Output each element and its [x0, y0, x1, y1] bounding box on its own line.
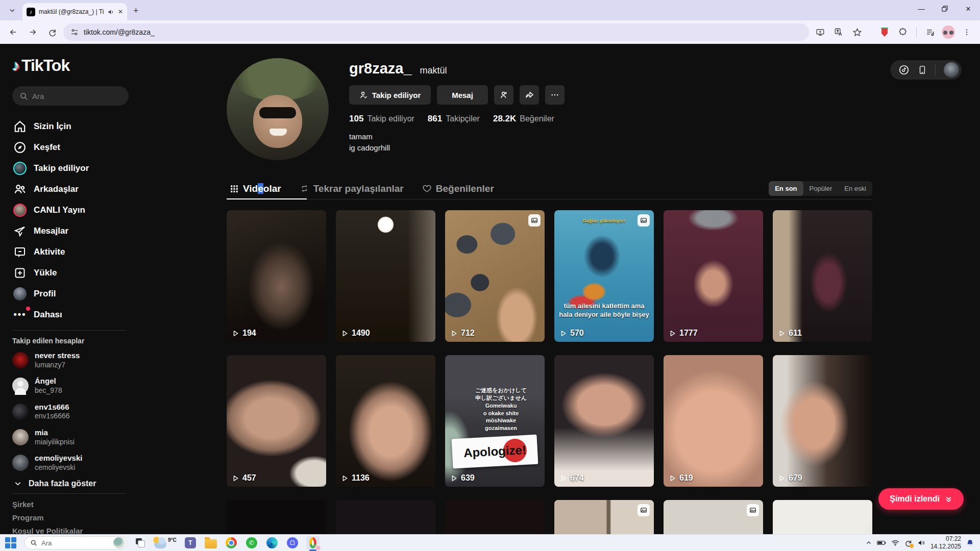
- video-thumbnail[interactable]: [664, 500, 763, 534]
- video-thumbnail[interactable]: 194: [227, 210, 326, 342]
- video-thumbnail[interactable]: 611: [773, 210, 872, 342]
- watched-now-button[interactable]: Şimdi izlendi: [878, 488, 964, 510]
- task-view-button[interactable]: [134, 536, 147, 549]
- message-button[interactable]: Mesaj: [437, 85, 488, 105]
- following-button[interactable]: Takip ediliyor: [349, 85, 431, 105]
- wifi-icon[interactable]: [891, 540, 899, 546]
- followed-account[interactable]: Ángel bec_978: [12, 377, 139, 395]
- stat-following[interactable]: 105Takip ediliyor: [349, 114, 414, 124]
- tiktok-coin-icon[interactable]: [898, 64, 910, 76]
- browser-menu-kebab-icon[interactable]: [959, 24, 975, 40]
- tab-liked[interactable]: Beğenilenler: [419, 178, 509, 199]
- sidebar-item-profile[interactable]: Profil: [12, 283, 139, 304]
- taskbar-search-input[interactable]: [41, 539, 103, 547]
- get-app-phone-icon[interactable]: [918, 65, 927, 74]
- browser-profile-avatar[interactable]: [940, 24, 957, 40]
- video-thumbnail[interactable]: 1136: [336, 355, 435, 487]
- browser-tab[interactable]: ♪ maktül (@gr8zaza_) | TikTok ✕: [22, 3, 127, 20]
- video-thumbnail[interactable]: [554, 500, 654, 534]
- sidebar-item-more[interactable]: ••• Dahası: [12, 304, 139, 325]
- sidebar-item-following[interactable]: Takip ediliyor: [12, 158, 139, 179]
- sidebar-item-explore[interactable]: Keşfet: [12, 137, 139, 158]
- sidebar-item-activity[interactable]: Aktivite: [12, 241, 139, 262]
- share-profile-button[interactable]: [520, 85, 539, 105]
- video-thumbnail[interactable]: 619: [664, 355, 763, 487]
- sort-latest[interactable]: En son: [769, 181, 803, 196]
- forward-icon[interactable]: [24, 24, 41, 40]
- video-thumbnail[interactable]: ご迷惑をおかけして 申し訳ございません Gomeiwaku o okake sh…: [445, 355, 545, 487]
- tab-audio-icon[interactable]: [108, 9, 114, 15]
- search-highlight-image[interactable]: [113, 537, 125, 548]
- reload-icon[interactable]: [44, 24, 60, 40]
- followed-account[interactable]: mia miaiyilikpnisi: [12, 428, 139, 446]
- followed-account[interactable]: env1s666 env1s6666: [12, 403, 139, 421]
- translate-icon[interactable]: [830, 24, 847, 40]
- minimize-button[interactable]: —: [910, 0, 933, 17]
- footer-link-company[interactable]: Şirket: [12, 500, 139, 509]
- chrome-active-window-icon[interactable]: [306, 536, 320, 549]
- video-thumbnail[interactable]: 457: [227, 355, 326, 487]
- taskbar-search[interactable]: [24, 536, 127, 549]
- bookmark-star-icon[interactable]: [849, 24, 865, 40]
- followed-account[interactable]: cemoliyevski cemoliyevski: [12, 454, 139, 472]
- sidebar-item-upload[interactable]: Yükle: [12, 262, 139, 283]
- tiktok-logo[interactable]: ♪ TikTok: [12, 56, 139, 75]
- video-thumbnail[interactable]: 674: [554, 355, 654, 487]
- chrome-icon[interactable]: [225, 536, 238, 549]
- start-button[interactable]: [4, 536, 17, 549]
- video-thumbnail[interactable]: 1490: [336, 210, 435, 342]
- video-thumbnail[interactable]: [227, 500, 326, 534]
- weather-widget[interactable]: 9°C: [154, 537, 177, 548]
- search-bar[interactable]: [12, 86, 129, 106]
- footer-link-program[interactable]: Program: [12, 513, 139, 522]
- close-button[interactable]: ✕: [957, 0, 980, 17]
- site-settings-icon[interactable]: [70, 28, 79, 36]
- stat-likes[interactable]: 28.2KBeğeniler: [493, 114, 554, 124]
- battery-icon[interactable]: [877, 540, 886, 546]
- video-thumbnail[interactable]: 1777: [664, 210, 763, 342]
- video-thumbnail[interactable]: 712: [445, 210, 545, 342]
- volume-icon[interactable]: [917, 539, 925, 546]
- whatsapp-icon[interactable]: ✆: [245, 536, 258, 549]
- maximize-button[interactable]: [933, 0, 957, 17]
- video-thumbnail[interactable]: [336, 500, 435, 534]
- update-sync-icon[interactable]: [904, 539, 912, 547]
- sort-oldest[interactable]: En eski: [838, 181, 872, 196]
- profile-avatar[interactable]: [227, 58, 329, 160]
- install-app-icon[interactable]: [812, 24, 828, 40]
- taskbar-clock[interactable]: 07:22 14.12.2025: [930, 535, 961, 550]
- reading-list-icon[interactable]: [922, 24, 938, 40]
- followed-account[interactable]: never stress lumanzy7: [12, 351, 139, 369]
- user-avatar[interactable]: [944, 62, 959, 78]
- suggest-account-button[interactable]: [494, 85, 513, 105]
- adblock-extension-icon[interactable]: [876, 24, 893, 40]
- new-tab-button[interactable]: +: [133, 6, 139, 16]
- url-text[interactable]: tiktok.com/@gr8zaza_: [84, 28, 155, 36]
- tab-videos[interactable]: Videolar: [227, 178, 297, 199]
- tray-expand-icon[interactable]: [866, 540, 872, 546]
- stat-followers[interactable]: 861Takipçiler: [428, 114, 480, 124]
- show-more-button[interactable]: Daha fazla göster: [14, 479, 139, 488]
- back-icon[interactable]: [5, 24, 21, 40]
- video-thumbnail[interactable]: [773, 500, 872, 534]
- tab-close-icon[interactable]: ✕: [118, 8, 123, 15]
- file-explorer-icon[interactable]: [204, 536, 217, 549]
- sort-popular[interactable]: Popüler: [803, 181, 839, 196]
- video-thumbnail[interactable]: Dağları yükseltiyor! tüm ailesini katlet…: [554, 210, 654, 342]
- more-options-button[interactable]: [545, 85, 565, 105]
- sidebar-item-for-you[interactable]: Sizin İçin: [12, 116, 139, 137]
- tab-reposts[interactable]: Tekrar paylaşılanlar: [297, 178, 419, 199]
- sidebar-item-messages[interactable]: Mesajlar: [12, 220, 139, 241]
- extensions-puzzle-icon[interactable]: [895, 24, 911, 40]
- discord-icon[interactable]: ᗝ: [286, 536, 299, 549]
- footer-link-terms[interactable]: Koşul ve Politikalar: [12, 527, 139, 534]
- video-thumbnail[interactable]: 679: [773, 355, 872, 487]
- video-thumbnail[interactable]: [445, 500, 545, 534]
- sidebar-item-live[interactable]: CANLI Yayın: [12, 199, 139, 220]
- address-bar[interactable]: tiktok.com/@gr8zaza_: [63, 23, 809, 41]
- tab-search-chevron-icon[interactable]: [5, 3, 19, 17]
- notification-bell-icon[interactable]: [966, 539, 974, 547]
- search-input[interactable]: [32, 92, 109, 101]
- teams-icon[interactable]: T: [184, 536, 197, 549]
- sidebar-item-friends[interactable]: Arkadaşlar: [12, 179, 139, 199]
